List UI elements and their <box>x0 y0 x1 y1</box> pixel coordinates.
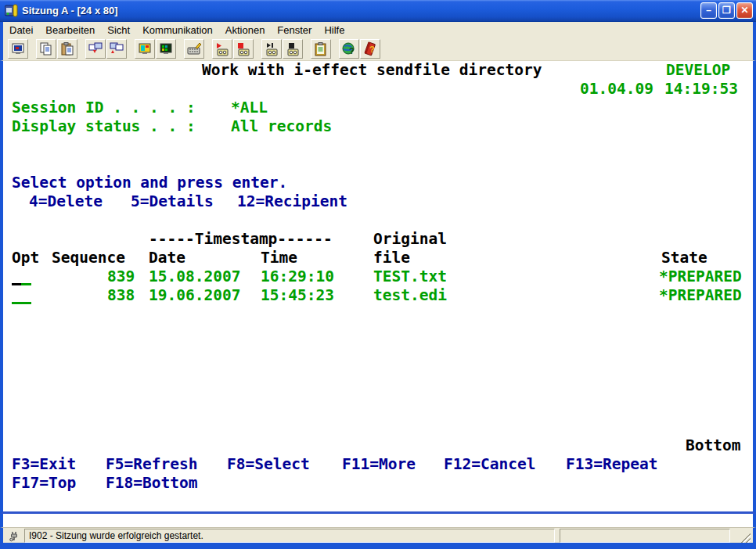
title-bar: Sitzung A - [24 x 80] – ❐ ✕ <box>0 0 756 22</box>
system-name: DEVELOP <box>666 61 730 80</box>
record-macro-button[interactable] <box>261 39 282 59</box>
option-details: 5=Details <box>131 192 214 211</box>
display-status-value: All records <box>231 117 332 136</box>
stop-macro-icon <box>285 41 301 57</box>
fkey-f13: F13=Repeat <box>566 455 657 474</box>
quit-macro-icon <box>236 41 251 57</box>
record-macro-icon <box>264 41 279 57</box>
color-setup-button[interactable] <box>156 39 176 59</box>
position-indicator: Bottom <box>686 436 740 455</box>
send-file-button[interactable] <box>85 39 106 59</box>
oia-area <box>0 514 756 527</box>
menu-aktionen[interactable]: Aktionen <box>219 23 272 38</box>
row2-time: 15:45:23 <box>261 286 334 305</box>
color-setup-icon <box>158 41 174 57</box>
fkey-f8: F8=Select <box>227 455 310 474</box>
status-message: I902 - Sitzung wurde erfolgreich gestart… <box>24 529 555 543</box>
col-header-date: Date <box>149 249 185 267</box>
help-globe-button[interactable]: ? <box>339 39 359 59</box>
menu-bar: Datei Bearbeiten Sicht Kommunikation Akt… <box>0 22 756 38</box>
fkey-f5: F5=Refresh <box>106 455 197 474</box>
toolbar: ? ? <box>0 38 756 61</box>
fkey-f11: F11=More <box>342 455 416 474</box>
minimize-button[interactable]: – <box>700 2 717 19</box>
quit-macro-button[interactable] <box>233 39 254 59</box>
row1-sequence: 839 <box>107 267 135 286</box>
start-macro-icon <box>214 41 230 57</box>
session-icon <box>10 41 26 57</box>
row1-date: 15.08.2007 <box>149 267 240 286</box>
help-book-button[interactable]: ? <box>360 39 380 59</box>
session-id-label: Session ID . . . . : <box>12 99 196 117</box>
help-book-icon: ? <box>362 41 378 57</box>
screen-title: Work with i-effect sendfile directory <box>202 61 542 80</box>
row2-file: test.edi <box>373 286 447 305</box>
menu-datei[interactable]: Datei <box>3 23 39 38</box>
clipboard-icon <box>313 41 329 57</box>
menu-hilfe[interactable]: Hilfe <box>318 23 351 38</box>
fkey-f3: F3=Exit <box>12 455 76 474</box>
send-file-icon <box>88 41 103 57</box>
window-title: Sitzung A - [24 x 80] <box>22 5 700 16</box>
close-button[interactable]: ✕ <box>736 2 753 19</box>
resize-grip[interactable] <box>741 533 751 543</box>
keyboard-setup-button[interactable] <box>184 39 204 59</box>
col-header-file: file <box>373 249 410 267</box>
row1-file: TEST.txt <box>373 267 447 286</box>
display-setup-button[interactable] <box>135 39 155 59</box>
select-prompt: Select option and press enter. <box>12 174 287 192</box>
svg-text:?: ? <box>349 46 355 56</box>
option-delete: 4=Delete <box>29 192 103 211</box>
option-recipient: 12=Recipient <box>237 192 347 211</box>
col-header-opt: Opt <box>12 249 39 267</box>
keyboard-setup-icon <box>186 41 202 57</box>
menu-bearbeiten[interactable]: Bearbeiten <box>39 23 101 38</box>
clipboard-button[interactable] <box>311 39 331 59</box>
copy-button[interactable] <box>36 39 56 59</box>
row1-state: *PREPARED <box>659 267 742 286</box>
cursor <box>12 283 21 285</box>
screen-date: 01.04.09 <box>580 80 653 99</box>
fkey-f17: F17=Top <box>12 474 76 493</box>
display-setup-icon <box>137 41 153 57</box>
receive-file-icon <box>109 41 124 57</box>
session-app-icon <box>5 4 18 17</box>
svg-text:?: ? <box>369 45 375 54</box>
row2-date: 19.06.2007 <box>149 286 240 305</box>
receive-file-button[interactable] <box>106 39 127 59</box>
menu-fenster[interactable]: Fenster <box>271 23 318 38</box>
col-header-state: State <box>661 249 707 267</box>
stop-macro-button[interactable] <box>283 39 303 59</box>
help-globe-icon: ? <box>341 41 357 57</box>
row1-time: 16:29:10 <box>261 267 334 286</box>
emulator-window: Sitzung A - [24 x 80] – ❐ ✕ Datei Bearbe… <box>0 0 756 549</box>
connection-status-icon <box>5 529 24 542</box>
screen-time: 14:19:53 <box>664 80 738 99</box>
original-group-header: Original <box>373 230 447 249</box>
row2-state: *PREPARED <box>659 286 742 305</box>
session-id-value: *ALL <box>231 99 268 117</box>
row2-opt-input[interactable] <box>12 302 31 304</box>
timestamp-group-header: -----Timestamp------ <box>149 230 333 249</box>
status-bar: I902 - Sitzung wurde erfolgreich gestart… <box>0 527 756 546</box>
terminal-screen[interactable]: Work with i-effect sendfile directory DE… <box>0 61 756 514</box>
status-secondary-panel <box>560 529 730 543</box>
col-header-sequence: Sequence <box>52 249 125 267</box>
row1-opt-input[interactable] <box>21 283 31 285</box>
fkey-f18: F18=Bottom <box>106 474 197 493</box>
menu-sicht[interactable]: Sicht <box>101 23 136 38</box>
maximize-button[interactable]: ❐ <box>718 2 735 19</box>
col-header-time: Time <box>261 249 297 267</box>
paste-icon <box>59 41 75 57</box>
menu-kommunikation[interactable]: Kommunikation <box>136 23 219 38</box>
session-button[interactable] <box>8 39 28 59</box>
copy-icon <box>38 41 54 57</box>
row2-sequence: 838 <box>107 286 135 305</box>
paste-button[interactable] <box>57 39 77 59</box>
start-macro-button[interactable] <box>212 39 232 59</box>
fkey-f12: F12=Cancel <box>444 455 535 474</box>
display-status-label: Display status . . : <box>12 117 196 136</box>
